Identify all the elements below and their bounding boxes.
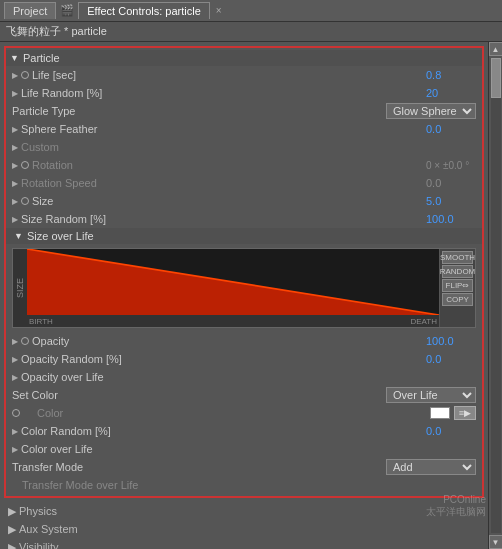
visibility-row: ▶ Visibility bbox=[0, 538, 488, 549]
random-btn[interactable]: RANDOM bbox=[442, 265, 473, 278]
opacity-random-row: ▶ Opacity Random [%] 0.0 bbox=[6, 350, 482, 368]
opacity-random-label-container: ▶ Opacity Random [%] bbox=[12, 353, 426, 365]
panel: ▼ Particle ▶ Life [sec] 0.8 bbox=[0, 42, 488, 549]
breadcrumb: 飞舞的粒子 * particle bbox=[0, 22, 502, 42]
transfer-mode-over-life-label: Transfer Mode over Life bbox=[22, 479, 138, 491]
color-random-row: ▶ Color Random [%] 0.0 bbox=[6, 422, 482, 440]
particle-label: Particle bbox=[23, 52, 60, 64]
rotation-keyframe[interactable] bbox=[21, 161, 29, 169]
bottom-sections: ▶ Physics ▶ Aux System ▶ Visibilit bbox=[0, 500, 488, 549]
set-color-label: Set Color bbox=[12, 389, 58, 401]
particle-type-row: Particle Type Glow Sphere bbox=[6, 102, 482, 120]
opacity-row: ▶ Opacity 100.0 bbox=[6, 332, 482, 350]
life-row: ▶ Life [sec] 0.8 bbox=[6, 66, 482, 84]
film-icon: 🎬 bbox=[60, 4, 74, 17]
particle-section-header[interactable]: ▼ Particle bbox=[6, 50, 482, 66]
content-area: ▼ Particle ▶ Life [sec] 0.8 bbox=[0, 42, 488, 549]
opacity-over-life-label-container: ▶ Opacity over Life bbox=[12, 371, 476, 383]
life-label: Life [sec] bbox=[32, 69, 76, 81]
size-over-life-triangle: ▼ bbox=[14, 231, 23, 241]
size-value[interactable]: 5.0 bbox=[426, 195, 476, 207]
tab-effect-controls[interactable]: Effect Controls: particle bbox=[78, 2, 210, 19]
graph-canvas bbox=[27, 249, 439, 315]
graph-y-label: SIZE bbox=[13, 249, 27, 327]
color-random-value[interactable]: 0.0 bbox=[426, 425, 476, 437]
visibility-label-container: ▶ Visibility bbox=[8, 541, 480, 550]
color-over-life-label-container: ▶ Color over Life bbox=[12, 443, 476, 455]
rotation-speed-row: ▶ Rotation Speed 0.0 bbox=[6, 174, 482, 192]
life-keyframe[interactable] bbox=[21, 71, 29, 79]
color-keyframe[interactable] bbox=[12, 409, 20, 417]
opacity-label-container: ▶ Opacity bbox=[12, 335, 426, 347]
scroll-thumb[interactable] bbox=[491, 58, 501, 98]
sphere-feather-label: Sphere Feather bbox=[21, 123, 97, 135]
copy-btn[interactable]: COPY bbox=[442, 293, 473, 306]
transfer-mode-dropdown[interactable]: Add bbox=[386, 459, 476, 475]
color-swatch[interactable] bbox=[430, 407, 450, 419]
physics-label[interactable]: Physics bbox=[19, 505, 57, 517]
main-window: Project 🎬 Effect Controls: particle × 飞舞… bbox=[0, 0, 502, 549]
breadcrumb-text: 飞舞的粒子 * particle bbox=[6, 24, 107, 39]
opacity-over-life-label: Opacity over Life bbox=[21, 371, 104, 383]
color-label: Color bbox=[37, 407, 63, 419]
scrollbar: ▲ ▼ bbox=[488, 42, 502, 549]
aux-system-label-container: ▶ Aux System bbox=[8, 523, 480, 536]
rotation-label: Rotation bbox=[32, 159, 73, 171]
tab-effect-controls-label: Effect Controls: particle bbox=[87, 5, 201, 17]
life-random-row: ▶ Life Random [%] 20 bbox=[6, 84, 482, 102]
transfer-mode-row: Transfer Mode Add bbox=[6, 458, 482, 476]
size-over-life-header[interactable]: ▼ Size over Life bbox=[6, 228, 482, 244]
life-value[interactable]: 0.8 bbox=[426, 69, 476, 81]
color-controls: ≡▶ bbox=[430, 406, 476, 420]
set-color-dropdown-container: Over Life bbox=[386, 387, 476, 403]
aux-system-row: ▶ Aux System bbox=[0, 520, 488, 538]
graph-x-end: DEATH bbox=[410, 317, 437, 326]
size-over-life-graph[interactable]: SIZE bbox=[12, 248, 476, 328]
tab-close-btn[interactable]: × bbox=[216, 5, 222, 16]
size-keyframe[interactable] bbox=[21, 197, 29, 205]
opacity-value[interactable]: 100.0 bbox=[426, 335, 476, 347]
set-color-dropdown[interactable]: Over Life bbox=[386, 387, 476, 403]
physics-row: ▶ Physics bbox=[0, 502, 488, 520]
transfer-mode-dropdown-container: Add bbox=[386, 459, 476, 475]
graph-buttons: SMOOTH RANDOM FLIP⇔ COPY bbox=[439, 249, 475, 327]
graph-x-labels: BIRTH DEATH bbox=[27, 315, 439, 327]
particle-type-dropdown[interactable]: Glow Sphere bbox=[386, 103, 476, 119]
set-color-label-container: Set Color bbox=[12, 389, 386, 401]
scroll-track[interactable] bbox=[491, 58, 501, 533]
opacity-keyframe[interactable] bbox=[21, 337, 29, 345]
transfer-mode-label: Transfer Mode bbox=[12, 461, 83, 473]
scroll-down-btn[interactable]: ▼ bbox=[489, 535, 503, 549]
aux-system-label[interactable]: Aux System bbox=[19, 523, 78, 535]
sphere-feather-row: ▶ Sphere Feather 0.0 bbox=[6, 120, 482, 138]
smooth-btn[interactable]: SMOOTH bbox=[442, 251, 473, 264]
main-content: ▼ Particle ▶ Life [sec] 0.8 bbox=[0, 42, 502, 549]
color-random-label-container: ▶ Color Random [%] bbox=[12, 425, 426, 437]
sphere-feather-value[interactable]: 0.0 bbox=[426, 123, 476, 135]
tab-project[interactable]: Project bbox=[4, 2, 56, 19]
transfer-mode-over-life-label-container: Transfer Mode over Life bbox=[12, 479, 476, 491]
life-random-value[interactable]: 20 bbox=[426, 87, 476, 99]
transfer-mode-over-life-row: Transfer Mode over Life bbox=[6, 476, 482, 494]
color-over-life-row: ▶ Color over Life bbox=[6, 440, 482, 458]
color-row: Color ≡▶ bbox=[6, 404, 482, 422]
flip-btn[interactable]: FLIP⇔ bbox=[442, 279, 473, 292]
opacity-random-value[interactable]: 0.0 bbox=[426, 353, 476, 365]
size-row: ▶ Size 5.0 bbox=[6, 192, 482, 210]
rotation-value[interactable]: 0 × ±0.0 ° bbox=[426, 160, 476, 171]
size-random-row: ▶ Size Random [%] 100.0 bbox=[6, 210, 482, 228]
scroll-up-btn[interactable]: ▲ bbox=[489, 42, 503, 56]
size-over-life-label: Size over Life bbox=[27, 230, 94, 242]
life-random-label-container: ▶ Life Random [%] bbox=[12, 87, 426, 99]
visibility-label[interactable]: Visibility bbox=[19, 541, 59, 549]
sphere-feather-label-container: ▶ Sphere Feather bbox=[12, 123, 426, 135]
rotation-speed-value[interactable]: 0.0 bbox=[426, 177, 476, 189]
opacity-random-label: Opacity Random [%] bbox=[21, 353, 122, 365]
particle-section: ▼ Particle ▶ Life [sec] 0.8 bbox=[4, 46, 484, 498]
color-action-btn[interactable]: ≡▶ bbox=[454, 406, 476, 420]
particle-type-label: Particle Type bbox=[12, 105, 75, 117]
size-random-label: Size Random [%] bbox=[21, 213, 106, 225]
transfer-mode-label-container: Transfer Mode bbox=[12, 461, 386, 473]
size-random-value[interactable]: 100.0 bbox=[426, 213, 476, 225]
custom-label-container: ▶ Custom bbox=[12, 141, 476, 153]
